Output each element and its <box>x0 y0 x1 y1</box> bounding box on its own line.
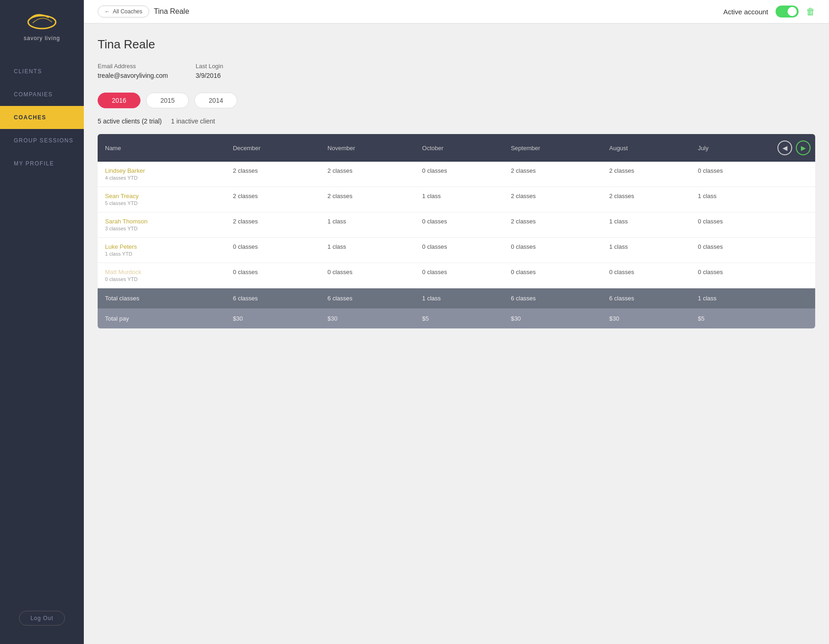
info-grid: Email Address treale@savoryliving.com La… <box>98 63 815 80</box>
last-login-block: Last Login 3/9/2016 <box>196 63 223 80</box>
class-count-cell: 0 classes <box>226 238 320 263</box>
year-tab-2014[interactable]: 2014 <box>194 93 237 108</box>
summary-line: 5 active clients (2 trial) 1 inactive cl… <box>98 117 815 125</box>
table-row: Lindsey Barker4 classes YTD2 classes2 cl… <box>98 162 815 187</box>
class-count-cell: 2 classes <box>602 187 691 212</box>
sidebar-item-coaches[interactable]: COACHES <box>0 106 84 129</box>
class-count-cell: 2 classes <box>602 162 691 187</box>
logo-area: savory living <box>23 9 60 41</box>
client-ytd: 5 classes YTD <box>105 200 138 206</box>
class-count-cell: 1 class <box>602 212 691 238</box>
clients-table: Name December November October September… <box>98 134 815 328</box>
class-count-cell: 2 classes <box>320 162 414 187</box>
active-account-toggle[interactable] <box>776 6 799 18</box>
total-sep: 6 classes <box>503 288 602 309</box>
back-button[interactable]: ← All Coaches <box>98 6 149 18</box>
client-name-link[interactable]: Sean Treacy <box>105 193 218 199</box>
class-count-cell: 1 class <box>690 187 815 212</box>
class-count-cell: 0 classes <box>690 238 815 263</box>
class-count-cell: 0 classes <box>503 238 602 263</box>
client-name-cell: Matt Murdock0 classes YTD <box>98 263 226 288</box>
col-october: October <box>415 134 504 162</box>
prev-month-button[interactable]: ◀ <box>777 141 792 155</box>
class-count-cell: 0 classes <box>690 263 815 288</box>
col-august: August <box>602 134 691 162</box>
class-count-cell: 0 classes <box>415 238 504 263</box>
toggle-slider <box>776 6 799 18</box>
class-count-cell: 1 class <box>320 238 414 263</box>
summary-active-count: 5 active clients (2 trial) <box>98 117 162 125</box>
class-count-cell: 2 classes <box>320 187 414 212</box>
last-login-label: Last Login <box>196 63 223 70</box>
client-name-link[interactable]: Sarah Thomson <box>105 218 218 225</box>
total-nov: 6 classes <box>320 288 414 309</box>
class-count-cell: 2 classes <box>226 187 320 212</box>
client-name-cell: Sarah Thomson3 classes YTD <box>98 212 226 238</box>
class-count-cell: 2 classes <box>226 162 320 187</box>
class-count-cell: 1 class <box>415 187 504 212</box>
pay-nov: $30 <box>320 309 414 329</box>
client-name-link[interactable]: Lindsey Barker <box>105 167 218 174</box>
pay-dec: $30 <box>226 309 320 329</box>
client-ytd: 3 classes YTD <box>105 226 138 231</box>
breadcrumb: ← All Coaches Tina Reale <box>98 6 189 18</box>
table-row: Luke Peters1 class YTD0 classes1 class0 … <box>98 238 815 263</box>
class-count-cell: 0 classes <box>320 263 414 288</box>
table-nav-arrows: ◀ ▶ <box>777 141 811 155</box>
client-name-cell: Sean Treacy5 classes YTD <box>98 187 226 212</box>
client-name-cell: Luke Peters1 class YTD <box>98 238 226 263</box>
total-dec: 6 classes <box>226 288 320 309</box>
pay-sep: $30 <box>503 309 602 329</box>
page-content: Tina Reale Email Address treale@savoryli… <box>84 23 829 342</box>
class-count-cell: 1 class <box>602 238 691 263</box>
next-month-button[interactable]: ▶ <box>796 141 811 155</box>
total-classes-row: Total classes 6 classes 6 classes 1 clas… <box>98 288 815 309</box>
table-row: Sarah Thomson3 classes YTD2 classes1 cla… <box>98 212 815 238</box>
class-count-cell: 2 classes <box>503 162 602 187</box>
col-december: December <box>226 134 320 162</box>
pay-jul: $5 <box>690 309 815 329</box>
topbar: ← All Coaches Tina Reale Active account … <box>84 0 829 23</box>
last-login-value: 3/9/2016 <box>196 72 221 79</box>
client-ytd: 0 classes YTD <box>105 276 138 282</box>
class-count-cell: 0 classes <box>415 212 504 238</box>
delete-icon[interactable]: 🗑 <box>806 6 815 17</box>
total-aug: 6 classes <box>602 288 691 309</box>
class-count-cell: 2 classes <box>226 212 320 238</box>
year-tab-2016[interactable]: 2016 <box>98 93 140 108</box>
logout-button[interactable]: Log Out <box>19 611 65 626</box>
class-count-cell: 0 classes <box>415 263 504 288</box>
sidebar-item-group-sessions[interactable]: GROUP SESSIONS <box>0 129 84 152</box>
class-count-cell: 1 class <box>320 212 414 238</box>
class-count-cell: 0 classes <box>226 263 320 288</box>
sidebar: savory living CLIENTS COMPANIES COACHES … <box>0 0 84 644</box>
pay-oct: $5 <box>415 309 504 329</box>
pay-aug: $30 <box>602 309 691 329</box>
sidebar-item-companies[interactable]: COMPANIES <box>0 83 84 106</box>
client-ytd: 1 class YTD <box>105 251 132 257</box>
email-value: treale@savoryliving.com <box>98 72 168 79</box>
class-count-cell: 0 classes <box>690 162 815 187</box>
page-title: Tina Reale <box>98 37 815 52</box>
class-count-cell: 0 classes <box>415 162 504 187</box>
breadcrumb-name: Tina Reale <box>154 7 189 16</box>
col-september: September <box>503 134 602 162</box>
total-pay-label: Total pay <box>98 309 226 329</box>
class-count-cell: 2 classes <box>503 212 602 238</box>
total-pay-row: Total pay $30 $30 $5 $30 $30 $5 <box>98 309 815 329</box>
year-tabs: 2016 2015 2014 <box>98 93 815 108</box>
col-name: Name <box>98 134 226 162</box>
active-account-label: Active account <box>723 8 768 16</box>
client-name-link[interactable]: Luke Peters <box>105 243 218 250</box>
table-row: Sean Treacy5 classes YTD2 classes2 class… <box>98 187 815 212</box>
topbar-right: Active account 🗑 <box>723 6 815 18</box>
total-classes-label: Total classes <box>98 288 226 309</box>
sidebar-item-my-profile[interactable]: MY PROFILE <box>0 152 84 175</box>
total-jul: 1 class <box>690 288 815 309</box>
table-header-row: Name December November October September… <box>98 134 815 162</box>
client-name-link[interactable]: Matt Murdock <box>105 269 218 275</box>
year-tab-2015[interactable]: 2015 <box>146 93 189 108</box>
sidebar-item-clients[interactable]: CLIENTS <box>0 60 84 83</box>
col-july: July ◀ ▶ <box>690 134 815 162</box>
email-label: Email Address <box>98 63 168 70</box>
